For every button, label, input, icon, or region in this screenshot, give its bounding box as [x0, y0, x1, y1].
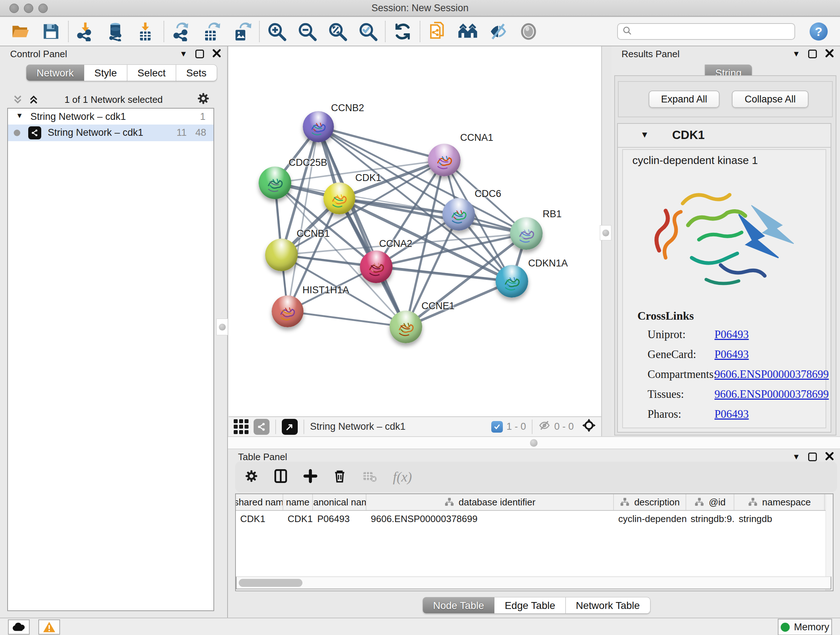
network-node-rb1[interactable] [510, 217, 543, 250]
column-header-name[interactable]: name [283, 494, 313, 510]
function-builder-icon: f(x) [393, 469, 412, 485]
zoom-in-icon[interactable] [266, 21, 287, 42]
export-network-icon[interactable] [171, 21, 192, 42]
panel-close-icon[interactable] [825, 49, 834, 59]
tab-style[interactable]: Style [84, 65, 127, 81]
table-cell[interactable]: 9606.ENSP00000378699 [366, 511, 614, 527]
panel-float-icon[interactable] [808, 50, 817, 58]
cdk1-entry-header[interactable]: ▼ CDK1 [618, 124, 831, 148]
add-column-icon[interactable] [303, 469, 317, 485]
zoom-out-icon[interactable] [297, 21, 317, 42]
home-panel-icon[interactable] [457, 21, 478, 42]
column-header-database-identifier[interactable]: database identifier [366, 494, 614, 510]
table-cell[interactable]: stringdb:9... [686, 511, 734, 527]
expand-all-button[interactable]: Expand All [649, 90, 720, 108]
tree-expand-icon[interactable]: ▼ [16, 111, 23, 120]
export-image-icon[interactable] [232, 21, 253, 42]
warnings-button[interactable] [38, 619, 60, 635]
table-horizontal-scrollbar[interactable] [236, 576, 831, 589]
show-graphics-details-icon[interactable] [518, 21, 539, 42]
hide-unhide-icon[interactable] [488, 21, 508, 42]
network-row-selected[interactable]: String Network – cdk11148 [8, 125, 213, 141]
selection-mode-icon[interactable] [582, 418, 596, 435]
network-node-cdk1[interactable] [324, 182, 355, 214]
column-header-description[interactable]: description [614, 494, 686, 510]
column-header-namespace[interactable]: namespace [734, 494, 825, 510]
cloud-button[interactable] [8, 619, 30, 635]
panel-float-icon[interactable] [195, 50, 204, 58]
column-header-canonical-name[interactable]: canonical name [313, 494, 366, 510]
table-cell[interactable]: cyclin-dependent ... [614, 511, 686, 527]
table-panel-splitter[interactable] [228, 436, 840, 449]
network-share-view-icon[interactable] [254, 419, 270, 435]
network-collection-row[interactable]: ▼String Network – cdk11 [8, 109, 213, 125]
panel-close-icon[interactable] [825, 451, 834, 462]
table-cell[interactable]: stringdb [734, 511, 825, 527]
help-icon[interactable]: ? [810, 22, 828, 41]
network-node-cdkn1a[interactable] [496, 265, 528, 298]
results-panel-splitter-handle[interactable] [600, 225, 611, 241]
tab-network[interactable]: Network [26, 65, 84, 81]
table-cell[interactable]: CDK1 [236, 511, 283, 527]
network-node-ccna2[interactable] [360, 250, 393, 283]
network-node-cdc25b[interactable] [259, 166, 291, 199]
network-node-cdc6[interactable] [442, 198, 475, 231]
table-panel-splitter-handle[interactable] [530, 439, 538, 447]
crosslink-value-link[interactable]: P06493 [714, 328, 749, 341]
network-grid-view-icon[interactable] [234, 419, 248, 434]
memory-button[interactable]: Memory [778, 619, 832, 635]
crosslink-value-link[interactable]: 9606.ENSP00000378699 [714, 388, 829, 401]
panel-close-icon[interactable] [212, 49, 221, 59]
scrollbar-thumb[interactable] [239, 579, 302, 587]
table-settings-gear-icon[interactable] [245, 469, 258, 485]
import-network-file-icon[interactable] [75, 21, 96, 42]
refresh-view-icon[interactable] [392, 21, 413, 42]
zoom-fit-icon[interactable] [327, 21, 348, 42]
import-table-file-icon[interactable] [136, 21, 157, 42]
network-options-gear-icon[interactable] [197, 92, 210, 106]
table-cell[interactable]: P06493 [313, 511, 366, 527]
tab-network-table[interactable]: Network Table [566, 597, 651, 614]
column-header--id[interactable]: @id [686, 494, 734, 510]
tab-edge-table[interactable]: Edge Table [494, 597, 566, 614]
tab-select[interactable]: Select [127, 65, 176, 81]
selected-checkbox-icon[interactable] [491, 421, 503, 432]
birdseye-view-icon[interactable] [282, 419, 298, 435]
network-node-ccne1[interactable] [390, 310, 422, 343]
delete-column-icon[interactable] [333, 469, 347, 485]
network-view-canvas[interactable]: CCNB2CCNA1CDC25BCDK1CDC6RB1CCNB1CCNA2CDK… [229, 46, 601, 416]
control-panel-splitter-handle[interactable] [216, 318, 228, 335]
tab-sets[interactable]: Sets [176, 65, 217, 81]
panel-float-icon[interactable] [808, 453, 817, 461]
save-session-icon[interactable] [41, 21, 62, 42]
zoom-selected-icon[interactable] [357, 21, 378, 42]
annotations-icon[interactable] [427, 21, 448, 42]
node-label-ccna2: CCNA2 [379, 238, 412, 249]
export-table-icon[interactable] [201, 21, 222, 42]
crosslink-value-link[interactable]: 9606.ENSP00000378699 [714, 368, 829, 381]
network-node-ccna1[interactable] [428, 144, 461, 176]
open-session-icon[interactable] [10, 21, 31, 42]
tab-node-table[interactable]: Node Table [423, 597, 494, 614]
network-node-ccnb2[interactable] [303, 111, 334, 142]
table-cell[interactable]: CDK1 [283, 511, 313, 527]
show-columns-icon[interactable] [273, 469, 288, 485]
table-panel: Table Panel ▼ [228, 449, 840, 618]
network-node-hist1h1a[interactable] [272, 295, 303, 327]
panel-collapse-icon[interactable]: ▼ [180, 49, 187, 59]
crosslink-value-link[interactable]: P06493 [714, 408, 749, 421]
network-node-ccnb1[interactable] [265, 239, 298, 271]
panel-collapse-icon[interactable]: ▼ [792, 452, 800, 462]
table-row[interactable]: CDK1CDK1P064939606.ENSP00000378699cyclin… [236, 511, 833, 527]
collapse-all-button[interactable]: Collapse All [732, 90, 808, 108]
import-network-database-icon[interactable] [106, 21, 126, 42]
crosslink-value-link[interactable]: P06493 [714, 348, 749, 361]
column-header-shared-name[interactable]: shared name [236, 494, 283, 510]
panel-collapse-icon[interactable]: ▼ [792, 49, 800, 59]
search-input[interactable] [632, 26, 790, 38]
search-field[interactable] [617, 23, 795, 40]
results-panel-splitter[interactable] [601, 46, 611, 436]
column-label: database identifier [459, 497, 535, 508]
status-bar: Memory [0, 618, 840, 635]
entry-collapse-icon[interactable]: ▼ [640, 130, 649, 140]
